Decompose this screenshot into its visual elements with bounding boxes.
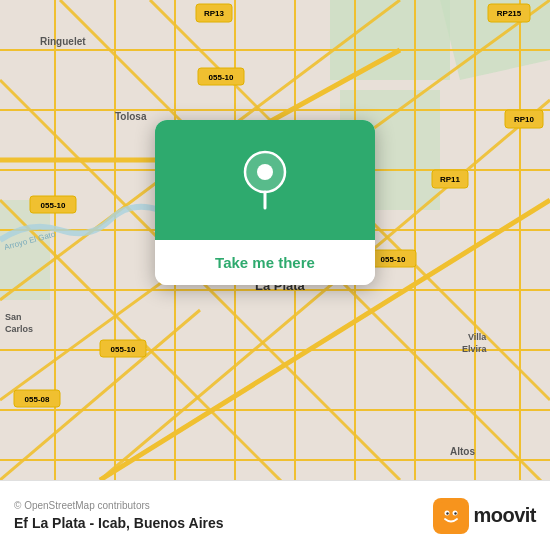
moovit-logo[interactable]: moovit — [433, 498, 536, 534]
svg-text:Carlos: Carlos — [5, 324, 33, 334]
copyright-text: © OpenStreetMap contributors — [14, 500, 224, 511]
popup-green-area — [155, 120, 375, 240]
footer: © OpenStreetMap contributors Ef La Plata… — [0, 480, 550, 550]
svg-point-54 — [257, 164, 273, 180]
svg-rect-56 — [437, 502, 465, 530]
svg-text:RP10: RP10 — [514, 115, 535, 124]
svg-point-60 — [455, 512, 457, 514]
label-ringuelet: Ringuelet — [40, 36, 86, 47]
svg-text:055-10: 055-10 — [209, 73, 234, 82]
svg-point-59 — [447, 512, 449, 514]
popup-card: Take me there — [155, 120, 375, 285]
map-container: RP13 RP215 RP10 RP11 055-10 055-10 055-1… — [0, 0, 550, 480]
svg-text:Elvira: Elvira — [462, 344, 488, 354]
label-san-carlos: San — [5, 312, 22, 322]
footer-left: © OpenStreetMap contributors Ef La Plata… — [14, 500, 224, 531]
moovit-icon — [433, 498, 469, 534]
svg-text:RP11: RP11 — [440, 175, 461, 184]
label-altos: Altos — [450, 446, 475, 457]
location-pin-icon — [240, 150, 290, 210]
moovit-text: moovit — [473, 504, 536, 527]
svg-text:055-10: 055-10 — [41, 201, 66, 210]
svg-text:RP13: RP13 — [204, 9, 225, 18]
label-tolosa: Tolosa — [115, 111, 147, 122]
location-title: Ef La Plata - Icab, Buenos Aires — [14, 515, 224, 531]
svg-text:055-10: 055-10 — [111, 345, 136, 354]
label-villa-elvira: Villa — [468, 332, 487, 342]
svg-text:055-08: 055-08 — [25, 395, 50, 404]
svg-text:055-10: 055-10 — [381, 255, 406, 264]
svg-text:RP215: RP215 — [497, 9, 522, 18]
take-me-there-button[interactable]: Take me there — [155, 240, 375, 285]
